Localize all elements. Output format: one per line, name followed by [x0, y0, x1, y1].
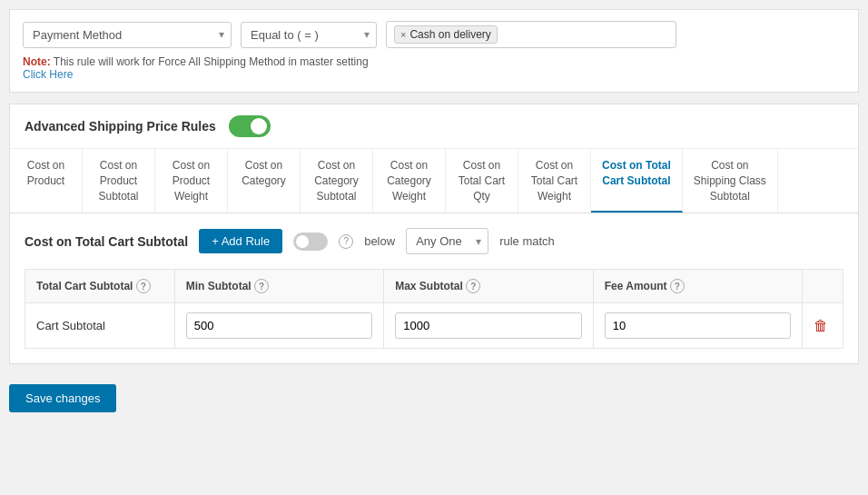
tab-cost-on-category-subtotal[interactable]: Cost onCategorySubtotal [301, 149, 373, 213]
equal-to-wrapper: Equal to ( = ) Not equal to Contains [241, 22, 377, 48]
advanced-title: Advanced Shipping Price Rules [25, 119, 216, 134]
any-one-select[interactable]: Any One All [406, 228, 488, 254]
rule-match-text: rule match [499, 234, 555, 248]
note-text: This rule will work for Force All Shippi… [54, 55, 369, 68]
td-fee-amount [593, 303, 802, 349]
table-row: Cart Subtotal 🗑 [25, 303, 843, 349]
rule-toggle[interactable] [293, 233, 328, 251]
tab-cost-on-total-cart-qty[interactable]: Cost onTotal CartQty [446, 149, 518, 213]
tab-cost-on-product-weight[interactable]: Cost onProductWeight [155, 149, 228, 213]
th-total-cart-subtotal: Total Cart Subtotal ? [25, 270, 175, 303]
th-min-subtotal: Min Subtotal ? [174, 270, 383, 303]
td-delete: 🗑 [803, 303, 843, 349]
cost-header-row: Cost on Total Cart Subtotal + Add Rule ?… [25, 228, 843, 254]
th-max-subtotal: Max Subtotal ? [384, 270, 593, 303]
tab-cost-on-category[interactable]: Cost onCategory [228, 149, 301, 213]
td-min-subtotal [174, 303, 383, 349]
data-table: Total Cart Subtotal ? Min Subtotal ? Max… [25, 269, 843, 349]
tab-cost-on-product-subtotal[interactable]: Cost onProductSubtotal [83, 149, 155, 213]
tab-cost-on-total-cart-weight[interactable]: Cost onTotal CartWeight [518, 149, 591, 213]
tag-remove-icon[interactable]: × [400, 29, 406, 40]
any-one-wrapper: Any One All [406, 228, 488, 254]
th-help-icon-2[interactable]: ? [254, 279, 269, 293]
advanced-header: Advanced Shipping Price Rules [10, 104, 858, 149]
th-help-icon-3[interactable]: ? [466, 279, 480, 293]
click-here-link[interactable]: Click Here [23, 68, 73, 81]
top-row-wrapper: Payment Method Cash on delivery PayPal S… [23, 21, 676, 81]
toggle-slider [229, 115, 271, 137]
main-section: Advanced Shipping Price Rules Cost onPro… [9, 104, 859, 364]
payment-method-select[interactable]: Payment Method Cash on delivery PayPal S… [23, 22, 232, 48]
max-subtotal-input[interactable] [395, 312, 581, 339]
small-toggle-slider [293, 233, 328, 251]
note-area: Note: This rule will work for Force All … [23, 55, 676, 81]
cost-section-title: Cost on Total Cart Subtotal [25, 234, 188, 249]
th-actions [803, 270, 843, 303]
min-subtotal-input[interactable] [186, 312, 372, 339]
tab-cost-on-total-cart-subtotal[interactable]: Cost on TotalCart Subtotal [591, 149, 683, 213]
tab-cost-on-category-weight[interactable]: Cost onCategoryWeight [373, 149, 446, 213]
fee-amount-input[interactable] [605, 312, 791, 339]
td-cart-subtotal-label: Cart Subtotal [25, 303, 175, 349]
cash-on-delivery-tag: × Cash on delivery [394, 25, 498, 44]
delete-row-icon[interactable]: 🗑 [814, 318, 828, 333]
advanced-toggle[interactable] [229, 115, 271, 137]
top-section: Payment Method Cash on delivery PayPal S… [9, 9, 859, 93]
equal-to-select[interactable]: Equal to ( = ) Not equal to Contains [241, 22, 377, 48]
below-text: below [364, 234, 395, 248]
content-area: Cost on Total Cart Subtotal + Add Rule ?… [10, 213, 858, 363]
td-max-subtotal [384, 303, 593, 349]
save-changes-button[interactable]: Save changes [9, 384, 116, 412]
tag-value: Cash on delivery [409, 28, 490, 41]
add-rule-button[interactable]: + Add Rule [199, 229, 282, 253]
tabs-row: Cost onProduct Cost onProductSubtotal Co… [10, 149, 858, 213]
tag-input-wrapper[interactable]: × Cash on delivery [386, 21, 676, 48]
th-help-icon-4[interactable]: ? [670, 279, 685, 293]
payment-method-wrapper: Payment Method Cash on delivery PayPal S… [23, 22, 232, 48]
select-row: Payment Method Cash on delivery PayPal S… [23, 21, 676, 48]
th-help-icon-1[interactable]: ? [136, 279, 151, 293]
note-label: Note: [23, 55, 51, 68]
tab-cost-on-product[interactable]: Cost onProduct [10, 149, 83, 213]
tab-cost-on-shipping-class-subtotal[interactable]: Cost onShipping ClassSubtotal [683, 149, 778, 213]
th-fee-amount: Fee Amount ? [593, 270, 802, 303]
help-icon[interactable]: ? [339, 234, 353, 249]
